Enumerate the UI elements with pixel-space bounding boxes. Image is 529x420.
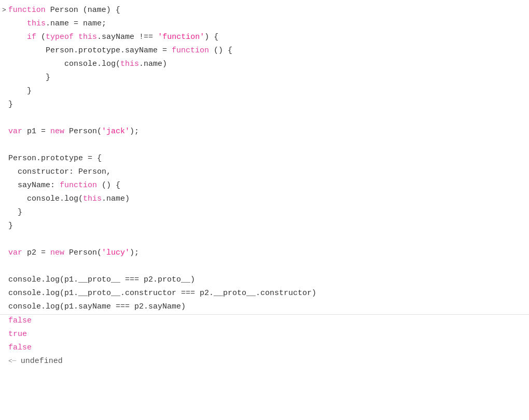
code-line-6: } xyxy=(0,72,529,85)
kw-function: function xyxy=(8,6,46,15)
code-line-8: } xyxy=(0,99,529,112)
code-container: > function Person (name) { this.name = n… xyxy=(0,0,529,373)
kw-if: if xyxy=(27,33,36,41)
kw-function-3: function xyxy=(60,181,97,190)
str-lucy: 'lucy' xyxy=(102,248,130,257)
kw-typeof: typeof xyxy=(46,33,74,41)
line-content-4: Person.prototype.sayName = function () { xyxy=(8,45,232,57)
code-line-13: console.log(this.name) xyxy=(0,193,529,206)
code-line-14: } xyxy=(0,206,529,220)
output-false-1: false xyxy=(8,315,32,327)
kw-this-2: this xyxy=(78,33,97,41)
output-line-4: <┈ undefined xyxy=(0,355,529,369)
line-content-7: } xyxy=(8,85,32,97)
code-line-12: sayName: function () { xyxy=(0,179,529,193)
line-content-5: console.log(this.name) xyxy=(8,58,167,71)
code-line-1: > function Person (name) { xyxy=(0,4,529,18)
output-true: true xyxy=(8,328,27,341)
arrow-indicator: > xyxy=(2,5,6,16)
output-arrow: <┈ xyxy=(8,356,17,367)
output-undefined: undefined xyxy=(21,355,63,368)
code-line-3: if (typeof this.sayName !== 'function') … xyxy=(0,31,529,45)
str-function: 'function' xyxy=(158,33,204,41)
str-jack: 'jack' xyxy=(102,127,130,136)
output-line-3: false xyxy=(0,342,529,355)
code-line-19: console.log(p1.sayName === p2.sayName) xyxy=(0,301,529,314)
kw-function-2: function xyxy=(172,46,209,55)
line-content-17: console.log(p1.__proto__ === p2.proto__) xyxy=(8,274,195,286)
kw-var-1: var xyxy=(8,127,22,136)
code-line-16: var p2 = new Person('lucy'); xyxy=(0,247,529,260)
line-content-12: sayName: function () { xyxy=(8,179,120,192)
line-content-13: console.log(this.name) xyxy=(8,193,130,205)
line-content-11: constructor: Person, xyxy=(8,166,111,178)
kw-this-1: this xyxy=(27,19,46,28)
kw-new-1: new xyxy=(50,127,64,136)
line-content-10: Person.prototype = { xyxy=(8,152,102,165)
line-content-15: } xyxy=(8,220,13,232)
code-line-11: constructor: Person, xyxy=(0,166,529,179)
code-line-17: console.log(p1.__proto__ === p2.proto__) xyxy=(0,274,529,287)
line-content-3: if (typeof this.sayName !== 'function') … xyxy=(8,31,218,44)
code-line-9: var p1 = new Person('jack'); xyxy=(0,125,529,139)
kw-var-2: var xyxy=(8,248,22,257)
kw-new-2: new xyxy=(50,248,64,257)
line-content-9: var p1 = new Person('jack'); xyxy=(8,125,139,138)
line-content-16: var p2 = new Person('lucy'); xyxy=(8,247,139,259)
code-line-10: Person.prototype = { xyxy=(0,152,529,166)
line-content-18: console.log(p1.__proto__.constructor ===… xyxy=(8,287,316,300)
code-line-5: console.log(this.name) xyxy=(0,58,529,72)
blank-line-2 xyxy=(0,139,529,152)
output-line-2: true xyxy=(0,328,529,342)
code-line-2: this.name = name; xyxy=(0,18,529,31)
code-line-4: Person.prototype.sayName = function () { xyxy=(0,45,529,58)
blank-line-3 xyxy=(0,233,529,247)
line-content-19: console.log(p1.sayName === p2.sayName) xyxy=(8,301,186,313)
kw-this-3: this xyxy=(120,60,139,68)
line-content-6: } xyxy=(8,72,50,84)
code-line-7: } xyxy=(0,85,529,99)
output-line-1: false xyxy=(0,315,529,328)
kw-this-4: this xyxy=(83,194,102,203)
output-false-2: false xyxy=(8,342,32,354)
line-content-2: this.name = name; xyxy=(8,18,106,30)
code-line-15: } xyxy=(0,220,529,233)
blank-line-4 xyxy=(0,260,529,274)
line-content-1: function Person (name) { xyxy=(8,4,120,17)
code-line-18: console.log(p1.__proto__.constructor ===… xyxy=(0,287,529,301)
line-content-8: } xyxy=(8,99,13,111)
output-section: false true false <┈ undefined xyxy=(0,314,529,369)
line-content-14: } xyxy=(8,206,22,219)
blank-line-1 xyxy=(0,112,529,125)
